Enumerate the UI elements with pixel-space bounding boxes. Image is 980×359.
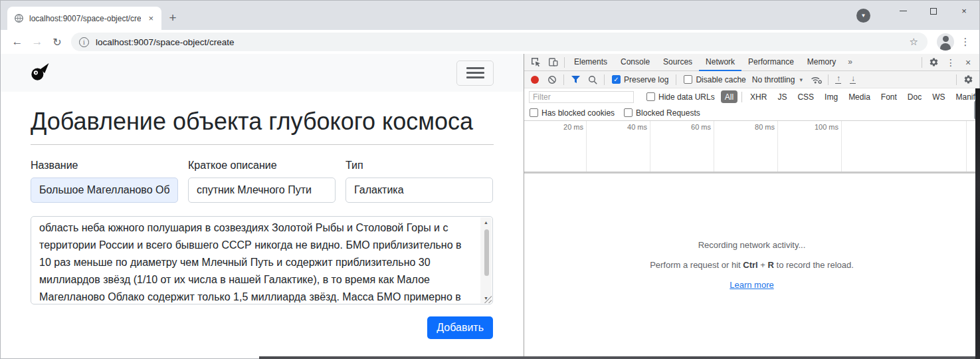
type-input[interactable]	[345, 178, 493, 203]
filter-type-font[interactable]: Font	[877, 90, 901, 103]
screen: localhost:9007/space-object/crea × + ▼ ×…	[0, 0, 980, 359]
hide-data-urls-label: Hide data URLs	[658, 92, 715, 102]
learn-more-link[interactable]: Learn more	[730, 280, 773, 290]
window-maximize-button[interactable]	[918, 1, 949, 21]
comet-logo-icon[interactable]	[31, 62, 49, 84]
hamburger-bar	[466, 67, 484, 69]
import-har-icon[interactable]: ↑	[831, 75, 846, 84]
blocked-requests-checkbox[interactable]	[624, 108, 633, 117]
devtools-settings-gear-icon[interactable]	[925, 54, 942, 70]
network-empty-state: Recording network activity... Perform a …	[524, 174, 979, 290]
field-label: Тип	[345, 160, 493, 172]
form-row: Название Краткое описание Тип	[31, 160, 494, 203]
disable-cache-checkbox[interactable]	[684, 75, 692, 84]
tab-favicon-icon	[13, 13, 24, 24]
submit-button[interactable]: Добавить	[427, 316, 493, 339]
devtools-panel: Elements Console Sources Network Perform…	[524, 54, 979, 358]
profile-avatar[interactable]	[937, 33, 954, 51]
filter-type-xhr[interactable]: XHR	[746, 90, 771, 103]
filter-type-all[interactable]: All	[721, 90, 737, 103]
form-field-short-description: Краткое описание	[188, 160, 336, 203]
window-minimize-button[interactable]	[888, 1, 918, 21]
hide-data-urls-checkbox[interactable]	[646, 92, 655, 101]
navbar-toggler-button[interactable]	[456, 60, 494, 86]
network-filter-bar: Hide data URLs All XHR JS CSS Img Media …	[524, 88, 979, 105]
preserve-log-checkbox[interactable]: ✓	[612, 75, 621, 84]
has-blocked-cookies-option: Has blocked cookies	[530, 108, 615, 118]
network-toolbar-right	[953, 71, 979, 88]
scroll-up-icon[interactable]: ▲	[480, 217, 492, 227]
network-settings-gear-icon[interactable]	[959, 71, 977, 88]
devtools-close-icon[interactable]: ×	[959, 54, 977, 70]
description-textarea[interactable]: область неба южного полушария в созвезди…	[31, 216, 493, 304]
back-button[interactable]: ←	[7, 35, 27, 49]
filter-type-ws[interactable]: WS	[928, 90, 949, 103]
network-toolbar: ✓ Preserve log Disable cache No throttli…	[524, 71, 979, 88]
network-conditions-icon[interactable]	[808, 71, 825, 88]
browser-update-icon[interactable]: ▼	[856, 9, 870, 23]
page-main: Добавление объекта глубокого космоса Наз…	[1, 108, 524, 339]
filter-funnel-icon[interactable]	[567, 71, 584, 88]
throttling-select[interactable]: No throttling ▾	[752, 75, 803, 84]
clear-button[interactable]	[543, 71, 561, 88]
divider	[563, 74, 564, 85]
devtools-tab-console[interactable]: Console	[614, 54, 656, 71]
hide-data-urls-option: Hide data URLs	[646, 92, 715, 102]
devtools-tab-elements[interactable]: Elements	[567, 54, 614, 71]
filter-type-js[interactable]: JS	[773, 90, 791, 103]
network-filter-input[interactable]	[529, 91, 634, 103]
network-overview-timeline: 20 ms 40 ms 60 ms 80 ms 100 ms	[524, 121, 979, 174]
page-title: Добавление объекта глубокого космоса	[31, 108, 494, 136]
textarea-scrollbar-thumb[interactable]	[484, 229, 489, 276]
devtools-tab-performance[interactable]: Performance	[741, 54, 801, 71]
name-input[interactable]	[31, 178, 178, 203]
has-blocked-cookies-checkbox[interactable]	[530, 108, 538, 117]
form-field-type: Тип	[345, 160, 493, 203]
browser-toolbar: ← → ↻ i localhost:9007/space-object/crea…	[1, 30, 979, 54]
timeline-tick: 100 ms	[778, 121, 842, 172]
record-button[interactable]	[531, 76, 539, 84]
devtools-tab-network[interactable]: Network	[699, 54, 741, 71]
export-har-icon[interactable]: ↓	[846, 75, 860, 84]
browser-tab[interactable]: localhost:9007/space-object/crea ×	[7, 7, 161, 30]
address-bar[interactable]: i localhost:9007/space-object/create ☆	[71, 33, 928, 51]
search-icon[interactable]	[584, 71, 601, 88]
browser-menu-icon[interactable]: ⋮	[958, 36, 973, 48]
devtools-tab-memory[interactable]: Memory	[801, 54, 842, 71]
window-close-button[interactable]: ×	[949, 1, 979, 21]
content-area: Добавление объекта глубокого космоса Наз…	[1, 54, 979, 358]
preserve-log-option: ✓ Preserve log	[612, 75, 668, 84]
reload-button[interactable]: ↻	[47, 36, 67, 49]
web-page: Добавление объекта глубокого космоса Наз…	[1, 54, 524, 358]
throttling-value: No throttling	[752, 75, 795, 84]
bookmark-star-icon[interactable]: ☆	[908, 36, 920, 48]
field-label: Краткое описание	[188, 160, 336, 172]
inspect-element-icon[interactable]	[527, 54, 544, 70]
divider	[828, 74, 829, 85]
device-toolbar-icon[interactable]	[544, 54, 561, 70]
filter-type-css[interactable]: CSS	[793, 90, 818, 103]
devtools-menu-icon[interactable]: ⋮	[942, 54, 959, 70]
more-tabs-icon[interactable]: »	[842, 54, 858, 71]
forward-button[interactable]: →	[27, 35, 47, 49]
divider	[956, 74, 957, 85]
site-info-icon[interactable]: i	[79, 37, 89, 47]
chevron-down-icon: ▾	[799, 76, 803, 83]
divider	[604, 74, 605, 85]
disable-cache-option: Disable cache	[684, 75, 745, 84]
timeline-tick: 80 ms	[714, 121, 778, 172]
filter-type-img[interactable]: Img	[821, 90, 842, 103]
timeline-tick: 40 ms	[587, 121, 650, 172]
tab-strip: localhost:9007/space-object/crea × + ▼ ×	[1, 1, 979, 30]
tab-title: localhost:9007/space-object/crea	[29, 14, 141, 23]
short-description-input[interactable]	[188, 178, 336, 203]
window-controls: ▼ ×	[856, 1, 979, 30]
tab-close-icon[interactable]: ×	[146, 13, 155, 23]
new-tab-button[interactable]: +	[161, 7, 184, 29]
devtools-tab-sources[interactable]: Sources	[656, 54, 699, 71]
filter-type-doc[interactable]: Doc	[904, 90, 926, 103]
devtools-tabbar: Elements Console Sources Network Perform…	[524, 54, 979, 71]
timeline-filler	[842, 121, 967, 172]
form-field-name: Название	[31, 160, 178, 203]
filter-type-media[interactable]: Media	[844, 90, 874, 103]
